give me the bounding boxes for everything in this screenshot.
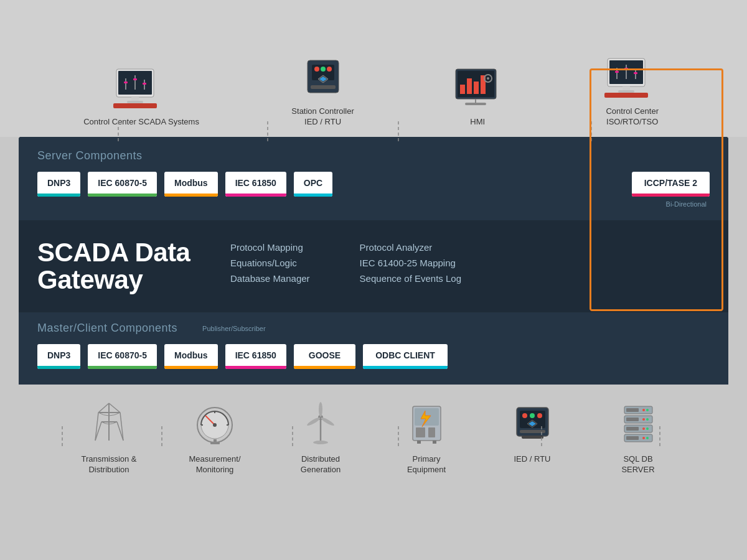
svg-point-105 bbox=[642, 437, 645, 439]
svg-point-97 bbox=[642, 418, 645, 421]
svg-point-85 bbox=[537, 413, 542, 418]
protocol-badge-odbc-master: ODBC CLIENT bbox=[363, 344, 448, 369]
svg-point-36 bbox=[487, 77, 489, 80]
svg-point-25 bbox=[327, 67, 332, 72]
svg-rect-77 bbox=[416, 427, 425, 437]
top-device-station: Station ControllerIED / RTU bbox=[291, 55, 354, 128]
protocol-badge-opc-server: OPC bbox=[294, 172, 332, 197]
feature-sequence-events: Sequence of Events Log bbox=[360, 273, 461, 284]
top-device-hmi-label: HMI bbox=[470, 117, 485, 128]
svg-rect-49 bbox=[604, 93, 648, 98]
svg-point-93 bbox=[642, 409, 645, 411]
feature-iec61400: IEC 61400-25 Mapping bbox=[360, 258, 461, 268]
bottom-sql-label: SQL DBSERVER bbox=[621, 454, 654, 475]
svg-point-104 bbox=[646, 437, 649, 439]
svg-rect-48 bbox=[618, 90, 634, 93]
top-device-hmi: HMI bbox=[446, 66, 509, 128]
scada-icon bbox=[110, 66, 172, 112]
sql-icon bbox=[615, 400, 662, 449]
gateway-section: SCADA DataGateway Protocol Mapping Equat… bbox=[19, 220, 728, 312]
protocol-badge-goose-master: GOOSE bbox=[294, 344, 355, 369]
svg-rect-16 bbox=[133, 78, 137, 80]
bottom-device-primary: PrimaryEquipment bbox=[386, 400, 467, 475]
svg-point-65 bbox=[213, 423, 217, 427]
svg-rect-103 bbox=[626, 436, 639, 440]
iso-icon bbox=[601, 55, 664, 101]
bottom-device-ied: IED / RTU bbox=[492, 400, 573, 465]
svg-point-24 bbox=[321, 67, 326, 72]
svg-point-23 bbox=[314, 67, 319, 72]
svg-rect-99 bbox=[626, 427, 639, 431]
svg-rect-15 bbox=[124, 82, 128, 83]
hmi-icon bbox=[446, 66, 509, 112]
gateway-title: SCADA DataGateway bbox=[37, 239, 205, 294]
svg-rect-44 bbox=[615, 71, 619, 73]
svg-point-92 bbox=[646, 409, 649, 411]
bottom-device-measurement: Measurement/Monitoring bbox=[174, 400, 255, 475]
bottom-measurement-label: Measurement/Monitoring bbox=[189, 454, 240, 475]
svg-point-72 bbox=[306, 416, 321, 427]
svg-point-84 bbox=[530, 413, 535, 418]
svg-point-83 bbox=[522, 413, 527, 418]
publisher-label: Publisher/Subscriber bbox=[202, 325, 266, 332]
svg-point-71 bbox=[320, 416, 335, 427]
bottom-primary-label: PrimaryEquipment bbox=[407, 454, 446, 475]
station-icon bbox=[298, 55, 348, 101]
top-device-scada: Control Center SCADA Systems bbox=[83, 66, 199, 128]
features-col-2: Protocol Analyzer IEC 61400-25 Mapping S… bbox=[360, 242, 461, 284]
protocol-badge-modbus-server: Modbus bbox=[164, 172, 218, 197]
top-device-iso-label: Control CenterISO/RTO/TSO bbox=[606, 106, 659, 128]
measurement-icon bbox=[192, 400, 238, 449]
svg-rect-45 bbox=[624, 68, 628, 70]
transmission-icon bbox=[86, 400, 133, 449]
top-device-iso: Control CenterISO/RTO/TSO bbox=[601, 55, 664, 128]
bottom-ied-label: IED / RTU bbox=[514, 454, 551, 465]
svg-rect-79 bbox=[417, 441, 421, 444]
bottom-device-sql: SQL DBSERVER bbox=[598, 400, 679, 475]
svg-rect-95 bbox=[626, 418, 639, 421]
svg-point-96 bbox=[646, 418, 649, 421]
protocol-badge-iec60870-server: IEC 60870-5 bbox=[88, 172, 157, 197]
svg-rect-67 bbox=[214, 439, 217, 442]
protocol-badge-dnp3-master: DNP3 bbox=[37, 344, 80, 369]
svg-rect-32 bbox=[467, 78, 472, 94]
svg-rect-47 bbox=[622, 86, 630, 90]
svg-rect-78 bbox=[428, 427, 435, 437]
svg-rect-20 bbox=[113, 103, 157, 108]
server-components-label: Server Components bbox=[37, 149, 710, 162]
server-components-section: Server Components DNP3 IEC 60870-5 Modbu… bbox=[19, 137, 728, 220]
feature-database-manager: Database Manager bbox=[230, 273, 310, 284]
svg-rect-46 bbox=[634, 72, 637, 74]
svg-rect-31 bbox=[460, 85, 465, 94]
protocol-badge-modbus-master: Modbus bbox=[164, 344, 218, 369]
svg-rect-80 bbox=[433, 441, 436, 444]
bottom-device-distgen: DistributedGeneration bbox=[280, 400, 361, 475]
svg-line-54 bbox=[109, 403, 120, 413]
svg-rect-91 bbox=[626, 408, 639, 412]
svg-rect-18 bbox=[131, 97, 139, 101]
svg-rect-33 bbox=[474, 82, 479, 94]
svg-point-73 bbox=[313, 441, 328, 444]
top-device-scada-label: Control Center SCADA Systems bbox=[83, 117, 199, 128]
svg-rect-19 bbox=[127, 101, 143, 103]
bottom-device-transmission: Transmission &Distribution bbox=[68, 400, 149, 475]
feature-protocol-analyzer: Protocol Analyzer bbox=[360, 242, 461, 253]
protocol-badge-iccp-server: ICCP/TASE 2 bbox=[632, 172, 710, 197]
svg-point-100 bbox=[646, 427, 649, 430]
top-device-station-label: Station ControllerIED / RTU bbox=[291, 106, 354, 128]
distributed-gen-icon bbox=[298, 400, 344, 449]
svg-rect-38 bbox=[465, 103, 486, 105]
bottom-transmission-label: Transmission &Distribution bbox=[81, 454, 136, 475]
master-label: Master/Client Components bbox=[37, 322, 177, 335]
svg-rect-89 bbox=[522, 436, 543, 439]
master-section: Master/Client Components Publisher/Subsc… bbox=[19, 312, 728, 385]
feature-protocol-mapping: Protocol Mapping bbox=[230, 242, 310, 253]
feature-equations: Equations/Logic bbox=[230, 258, 310, 268]
svg-rect-17 bbox=[143, 83, 146, 85]
bi-directional-label: Bi-Directional bbox=[37, 200, 710, 208]
svg-point-101 bbox=[642, 427, 645, 430]
ied-icon bbox=[509, 400, 556, 449]
features-col-1: Protocol Mapping Equations/Logic Databas… bbox=[230, 242, 310, 284]
bottom-distgen-label: DistributedGeneration bbox=[301, 454, 341, 475]
protocol-badge-iec61850-server: IEC 61850 bbox=[225, 172, 286, 197]
